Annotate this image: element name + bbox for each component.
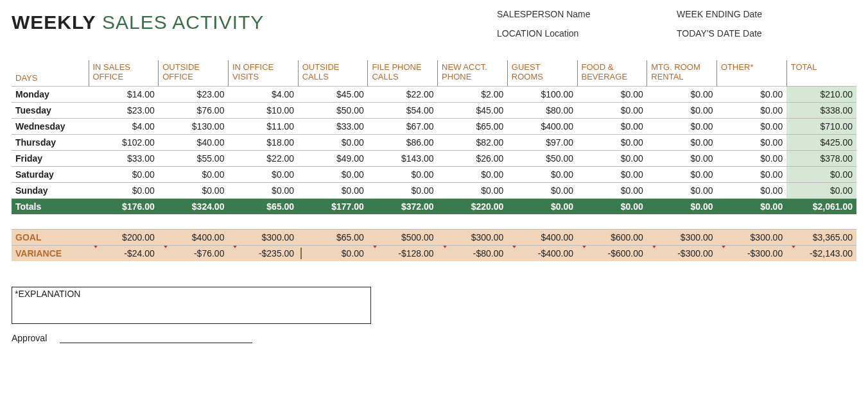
value-cell[interactable]: $14.00 xyxy=(89,86,159,102)
value-cell[interactable]: $3,365.00 xyxy=(786,230,856,246)
value-cell[interactable]: $300.00 xyxy=(228,230,298,246)
value-cell[interactable]: $400.00 xyxy=(507,118,577,134)
value-cell[interactable]: $22.00 xyxy=(368,86,438,102)
value-cell[interactable]: $26.00 xyxy=(438,150,508,166)
day-cell: Totals xyxy=(12,198,89,214)
value-cell[interactable]: $49.00 xyxy=(298,150,368,166)
value-cell[interactable]: $0.00 xyxy=(786,182,856,198)
value-cell[interactable]: $400.00 xyxy=(159,230,229,246)
value-cell[interactable]: $54.00 xyxy=(368,102,438,118)
value-cell: $372.00 xyxy=(368,198,438,214)
value-cell[interactable]: $0.00 xyxy=(298,182,368,198)
value-cell[interactable]: $100.00 xyxy=(507,86,577,102)
value-cell[interactable]: $10.00 xyxy=(228,102,298,118)
value-cell[interactable]: $67.00 xyxy=(368,118,438,134)
value-cell[interactable]: $143.00 xyxy=(368,150,438,166)
value-cell[interactable]: $0.00 xyxy=(647,86,717,102)
value-cell[interactable]: $0.00 xyxy=(647,166,717,182)
value-cell[interactable]: $33.00 xyxy=(89,150,159,166)
value-cell[interactable]: $0.00 xyxy=(577,118,647,134)
variance-down-icon xyxy=(580,246,589,259)
explanation-box[interactable]: *EXPLANATION xyxy=(12,287,371,324)
value-cell[interactable]: $65.00 xyxy=(298,230,368,246)
value-cell[interactable]: $300.00 xyxy=(716,230,786,246)
value-cell[interactable]: $0.00 xyxy=(577,166,647,182)
value-cell[interactable]: $23.00 xyxy=(159,86,229,102)
value-cell[interactable]: $55.00 xyxy=(159,150,229,166)
value-cell: $220.00 xyxy=(438,198,508,214)
value-cell[interactable]: $45.00 xyxy=(438,102,508,118)
value-cell[interactable]: $0.00 xyxy=(298,134,368,150)
value-cell[interactable]: $45.00 xyxy=(298,86,368,102)
value-cell[interactable]: $0.00 xyxy=(716,134,786,150)
variance-down-icon xyxy=(370,246,379,259)
value-cell[interactable]: $0.00 xyxy=(438,182,508,198)
value-cell[interactable]: $378.00 xyxy=(786,150,856,166)
variance-cell: -$235.00 xyxy=(228,246,298,262)
value-cell[interactable]: $600.00 xyxy=(577,230,647,246)
value-cell[interactable]: $0.00 xyxy=(577,150,647,166)
value-cell[interactable]: $425.00 xyxy=(786,134,856,150)
value-cell[interactable]: $0.00 xyxy=(89,182,159,198)
value-cell[interactable]: $710.00 xyxy=(786,118,856,134)
col-total: TOTAL xyxy=(786,60,856,86)
value-cell[interactable]: $80.00 xyxy=(507,102,577,118)
value-cell[interactable]: $18.00 xyxy=(228,134,298,150)
value-cell[interactable]: $0.00 xyxy=(647,182,717,198)
col-guest-rooms: GUEST ROOMS xyxy=(507,60,577,86)
value-cell[interactable]: $0.00 xyxy=(298,166,368,182)
value-cell[interactable]: $0.00 xyxy=(89,166,159,182)
value-cell[interactable]: $76.00 xyxy=(159,102,229,118)
value-cell[interactable]: $0.00 xyxy=(159,166,229,182)
value-cell[interactable]: $0.00 xyxy=(159,182,229,198)
value-cell[interactable]: $0.00 xyxy=(647,102,717,118)
value-cell[interactable]: $86.00 xyxy=(368,134,438,150)
value-cell[interactable]: $22.00 xyxy=(228,150,298,166)
value-cell[interactable]: $0.00 xyxy=(786,166,856,182)
value-cell[interactable]: $40.00 xyxy=(159,134,229,150)
value-cell[interactable]: $4.00 xyxy=(89,118,159,134)
value-cell[interactable]: $0.00 xyxy=(577,182,647,198)
value-cell[interactable]: $0.00 xyxy=(368,182,438,198)
value-cell[interactable]: $0.00 xyxy=(438,166,508,182)
value-cell[interactable]: $0.00 xyxy=(716,182,786,198)
value-cell[interactable]: $0.00 xyxy=(507,166,577,182)
value-cell[interactable]: $300.00 xyxy=(647,230,717,246)
value-cell[interactable]: $200.00 xyxy=(89,230,159,246)
value-cell[interactable]: $50.00 xyxy=(507,150,577,166)
value-cell[interactable]: $23.00 xyxy=(89,102,159,118)
approval-signature-line[interactable] xyxy=(60,334,252,343)
value-cell[interactable]: $0.00 xyxy=(368,166,438,182)
value-cell[interactable]: $210.00 xyxy=(786,86,856,102)
value-cell[interactable]: $0.00 xyxy=(577,102,647,118)
value-cell[interactable]: $0.00 xyxy=(716,118,786,134)
value-cell[interactable]: $338.00 xyxy=(786,102,856,118)
value-cell[interactable]: $0.00 xyxy=(647,150,717,166)
week-ending-field: WEEK ENDING Date xyxy=(677,9,856,19)
value-cell[interactable]: $0.00 xyxy=(228,166,298,182)
value-cell[interactable]: $300.00 xyxy=(438,230,508,246)
value-cell[interactable]: $0.00 xyxy=(647,134,717,150)
value-cell[interactable]: $0.00 xyxy=(716,86,786,102)
value-cell[interactable]: $0.00 xyxy=(647,118,717,134)
value-cell[interactable]: $0.00 xyxy=(507,182,577,198)
value-cell[interactable]: $82.00 xyxy=(438,134,508,150)
value-cell[interactable]: $0.00 xyxy=(228,182,298,198)
value-cell[interactable]: $11.00 xyxy=(228,118,298,134)
value-cell[interactable]: $130.00 xyxy=(159,118,229,134)
value-cell[interactable]: $0.00 xyxy=(716,166,786,182)
value-cell[interactable]: $97.00 xyxy=(507,134,577,150)
value-cell[interactable]: $400.00 xyxy=(507,230,577,246)
value-cell[interactable]: $50.00 xyxy=(298,102,368,118)
variance-down-icon xyxy=(440,246,449,259)
value-cell[interactable]: $0.00 xyxy=(716,150,786,166)
value-cell[interactable]: $500.00 xyxy=(368,230,438,246)
value-cell[interactable]: $102.00 xyxy=(89,134,159,150)
value-cell[interactable]: $0.00 xyxy=(577,134,647,150)
value-cell[interactable]: $2.00 xyxy=(438,86,508,102)
value-cell[interactable]: $0.00 xyxy=(716,102,786,118)
value-cell[interactable]: $33.00 xyxy=(298,118,368,134)
value-cell[interactable]: $0.00 xyxy=(577,86,647,102)
value-cell[interactable]: $4.00 xyxy=(228,86,298,102)
value-cell[interactable]: $65.00 xyxy=(438,118,508,134)
